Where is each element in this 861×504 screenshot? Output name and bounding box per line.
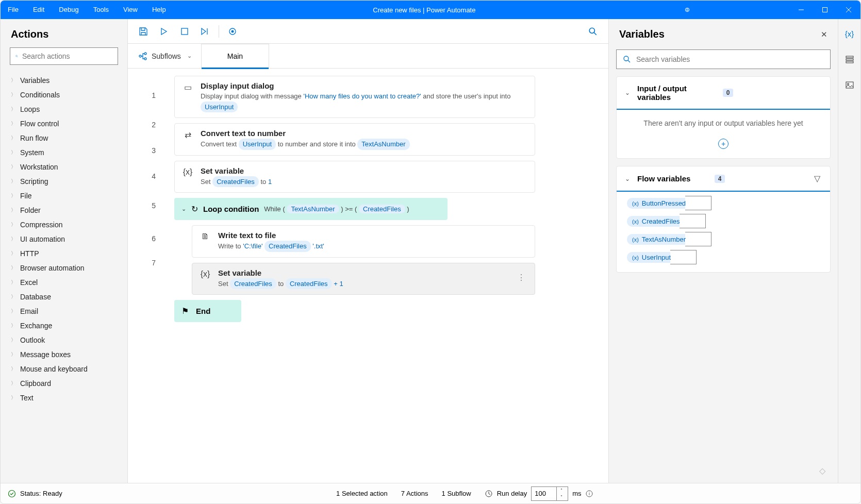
variables-search[interactable]	[616, 49, 831, 69]
category-email[interactable]: 〉Email	[1, 304, 127, 318]
menu-help[interactable]: Help	[145, 1, 173, 19]
svg-line-20	[628, 60, 630, 62]
toolbar-separator	[219, 25, 219, 38]
chevron-right-icon: 〉	[11, 279, 16, 286]
rail-ui-elements-button[interactable]	[842, 52, 857, 66]
variable-row[interactable]: (x)ButtonPressed	[627, 198, 820, 209]
variable-row[interactable]: (x)UserInput	[627, 252, 820, 263]
category-database[interactable]: 〉Database	[1, 290, 127, 304]
category-system[interactable]: 〉System	[1, 145, 127, 160]
step-end[interactable]: ⚑ End	[174, 300, 241, 322]
chevron-right-icon: 〉	[11, 365, 16, 373]
category-compression[interactable]: 〉Compression	[1, 217, 127, 232]
category-text[interactable]: 〉Text	[1, 391, 127, 405]
category-workstation[interactable]: 〉Workstation	[1, 160, 127, 174]
category-excel[interactable]: 〉Excel	[1, 275, 127, 290]
record-button[interactable]	[223, 22, 242, 41]
variable-chip[interactable]: (x)ButtonPressed	[627, 198, 691, 209]
variable-chip[interactable]: (x)UserInput	[627, 252, 676, 263]
category-label: Compression	[20, 221, 62, 229]
run-button[interactable]	[155, 22, 173, 41]
step-more-button[interactable]: ⋮	[515, 268, 527, 287]
actions-search[interactable]	[10, 47, 118, 65]
filter-icon[interactable]: ▽	[813, 174, 822, 183]
statusbar: Status: Ready 1 Selected action 7 Action…	[1, 483, 860, 503]
variable-chip[interactable]: (x)TextAsNumber	[627, 234, 691, 245]
variable-row[interactable]: (x)CreatedFiles	[627, 216, 820, 227]
run-delay-input[interactable]: ˄˅	[531, 486, 568, 501]
step-write-text-to-file[interactable]: 🗎 Write text to file Write to 'C:\file' …	[192, 225, 535, 258]
menu-debug[interactable]: Debug	[52, 1, 86, 19]
category-browser-automation[interactable]: 〉Browser automation	[1, 261, 127, 275]
menu-view[interactable]: View	[116, 1, 145, 19]
menu-edit[interactable]: Edit	[26, 1, 52, 19]
step-set-variable-2[interactable]: {x} Set variable Set CreatedFiles to Cre…	[192, 263, 535, 295]
tab-main[interactable]: Main	[201, 44, 269, 69]
category-label: Exchange	[20, 322, 52, 330]
menu-file[interactable]: File	[1, 1, 26, 19]
step-set-variable-1[interactable]: {x} Set variable Set CreatedFiles to 1	[174, 161, 535, 193]
env-icon[interactable]	[675, 1, 699, 19]
spin-up[interactable]: ˄	[557, 487, 566, 494]
eraser-icon[interactable]: ◇	[616, 466, 831, 476]
subflows-dropdown[interactable]: Subflows ⌄	[134, 52, 196, 61]
variable-row[interactable]: (x)TextAsNumber	[627, 234, 820, 245]
category-flow-control[interactable]: 〉Flow control	[1, 116, 127, 131]
spin-down[interactable]: ˅	[557, 494, 566, 500]
close-button[interactable]	[837, 1, 860, 19]
category-conditionals[interactable]: 〉Conditionals	[1, 88, 127, 102]
chevron-down-icon[interactable]: ⌄	[181, 206, 186, 212]
io-variables-header[interactable]: ⌄ Input / output variables 0	[617, 77, 830, 110]
action-categories[interactable]: 〉Variables 〉Conditionals 〉Loops 〉Flow co…	[1, 71, 127, 483]
category-clipboard[interactable]: 〉Clipboard	[1, 376, 127, 391]
category-label: Mouse and keyboard	[20, 365, 88, 373]
step-loop-condition[interactable]: ⌄ ↻ Loop condition While ( TextAsNumber …	[174, 198, 448, 220]
steps-list: ▭ Display input dialog Display input dia…	[170, 76, 608, 476]
category-scripting[interactable]: 〉Scripting	[1, 174, 127, 189]
close-panel-button[interactable]: ✕	[821, 30, 827, 39]
empty-message: There aren't any input or output variabl…	[626, 119, 821, 127]
actions-search-input[interactable]	[22, 52, 112, 60]
maximize-button[interactable]	[813, 1, 837, 19]
status-selected: 1 Selected action	[336, 490, 388, 497]
category-http[interactable]: 〉HTTP	[1, 246, 127, 261]
step-button[interactable]	[196, 22, 214, 41]
category-message-boxes[interactable]: 〉Message boxes	[1, 347, 127, 362]
token-textasnumber: TextAsNumber	[287, 205, 339, 213]
menu-tools[interactable]: Tools	[86, 1, 116, 19]
run-delay-field[interactable]	[532, 490, 556, 497]
category-outlook[interactable]: 〉Outlook	[1, 333, 127, 347]
step-convert-text-to-number[interactable]: ⇄ Convert text to number Convert text Us…	[174, 123, 535, 156]
workspace: Actions 〉Variables 〉Conditionals 〉Loops …	[1, 19, 860, 483]
category-loops[interactable]: 〉Loops	[1, 102, 127, 116]
save-button[interactable]	[134, 22, 153, 41]
variable-chip[interactable]: (x)CreatedFiles	[627, 216, 685, 227]
category-exchange[interactable]: 〉Exchange	[1, 318, 127, 333]
category-run-flow[interactable]: 〉Run flow	[1, 131, 127, 145]
info-icon[interactable]: i	[586, 490, 593, 497]
category-folder[interactable]: 〉Folder	[1, 203, 127, 217]
rail-images-button[interactable]	[842, 78, 857, 92]
category-label: UI automation	[20, 235, 65, 243]
flow-canvas[interactable]: 1 2 3 4 5 6 7 ▭ Display input dialog Dis…	[128, 69, 608, 483]
minimize-button[interactable]	[789, 1, 813, 19]
line-number: 6	[128, 222, 170, 255]
flow-editor: Subflows ⌄ Main 1 2 3 4 5 6 7 ▭ Display …	[128, 19, 608, 483]
token-userinput: UserInput	[201, 102, 238, 113]
category-mouse-keyboard[interactable]: 〉Mouse and keyboard	[1, 362, 127, 376]
category-ui-automation[interactable]: 〉UI automation	[1, 232, 127, 246]
add-io-variable-button[interactable]: +	[718, 139, 728, 149]
spinner[interactable]: ˄˅	[556, 487, 566, 500]
step-display-input-dialog[interactable]: ▭ Display input dialog Display input dia…	[174, 76, 535, 118]
rail-variables-button[interactable]: {x}	[842, 26, 857, 41]
category-label: Database	[20, 293, 51, 301]
flow-variables-header[interactable]: ⌄ Flow variables 4 ▽	[617, 166, 830, 192]
toolbar-search-button[interactable]	[584, 22, 602, 41]
variables-search-input[interactable]	[636, 55, 824, 63]
category-variables[interactable]: 〉Variables	[1, 73, 127, 88]
subflows-bar: Subflows ⌄ Main	[128, 44, 608, 69]
chevron-right-icon: 〉	[11, 322, 16, 329]
chevron-right-icon: 〉	[11, 250, 16, 257]
category-file[interactable]: 〉File	[1, 189, 127, 203]
stop-button[interactable]	[175, 22, 194, 41]
